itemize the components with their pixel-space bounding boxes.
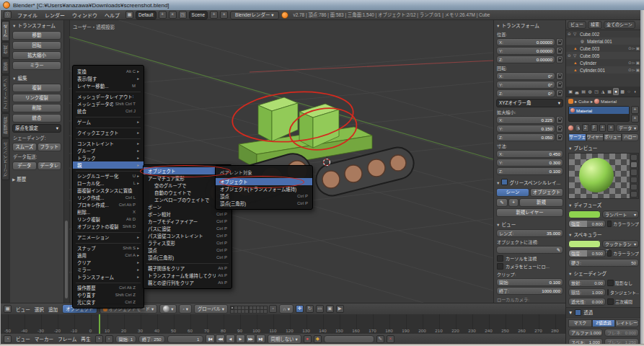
lock-icon[interactable]: [556, 47, 563, 55]
fake-user-button[interactable]: F: [591, 124, 598, 132]
number-field[interactable]: Y:0.150: [496, 125, 555, 133]
outliner-header-item[interactable]: 全てのシーン: [604, 21, 635, 29]
shading-number-field[interactable]: 環境:1.000: [568, 288, 606, 296]
properties-tab-icon[interactable]: ▣: [568, 88, 573, 95]
manipulator-rotate-icon[interactable]: ↻: [306, 305, 314, 313]
screen-layout-select[interactable]: Default: [136, 11, 156, 19]
preview-sphere-button[interactable]: [630, 161, 638, 168]
number-field[interactable]: Z:0.050: [496, 133, 555, 141]
panel-header-history[interactable]: ▶履歴: [10, 174, 63, 183]
menu-item[interactable]: クリア▸: [73, 259, 144, 266]
diffuse-shader-dropdown[interactable]: ランバート▾: [602, 210, 639, 218]
preview-flat-button[interactable]: [630, 154, 638, 161]
menu-item[interactable]: ビュー: [14, 335, 32, 342]
start-frame-field[interactable]: 開始:1: [115, 335, 137, 343]
menu-item[interactable]: オブジェクト(トランスフォーム維持): [216, 185, 312, 192]
number-field[interactable]: レンズ:35.000: [496, 229, 563, 237]
menu-item[interactable]: 頂点Ctrl P: [216, 192, 312, 200]
preview-range-icon[interactable]: ◔: [95, 335, 103, 343]
panel-header-transparency[interactable]: ▼透過: [566, 307, 641, 318]
lock-icon[interactable]: [556, 38, 563, 46]
manipulator-translate-icon[interactable]: ✛: [296, 305, 304, 313]
pivot-dropdown[interactable]: ◦▾: [179, 304, 191, 314]
toolshelf-tab[interactable]: グリースペンシル: [1, 138, 9, 180]
number-field[interactable]: 終了:1000.000: [496, 287, 563, 295]
scene-delete-button[interactable]: ×: [220, 11, 228, 19]
number-field[interactable]: X:0.450: [496, 150, 563, 158]
menu-item[interactable]: 操作履歴Ctrl Alt Z▸: [73, 284, 144, 291]
panel-header-edit[interactable]: ▼編集: [10, 73, 63, 82]
intensity-slider[interactable]: 強度:0.800: [568, 220, 606, 228]
menu-item[interactable]: グループ▸: [73, 147, 144, 154]
transparency-field[interactable]: ブレン:1.250: [604, 338, 639, 344]
tool-button[interactable]: 複製: [12, 84, 61, 92]
manipulator-scale-icon[interactable]: ▭: [316, 305, 324, 313]
object-name[interactable]: Cube.005: [580, 53, 640, 58]
snap-dropdown[interactable]: ∩▾: [279, 304, 294, 314]
outliner-row[interactable]: ▲ Cube.003 ⊙▻▣: [566, 45, 641, 52]
record-button[interactable]: ●: [304, 335, 312, 343]
frames-lock-icon[interactable]: ▫: [105, 335, 113, 343]
menu-item[interactable]: クイックエフェクト▸: [73, 129, 144, 136]
menu-item[interactable]: 表示/隠す▸: [73, 75, 144, 82]
scene-add-button[interactable]: +: [210, 11, 218, 19]
set-origin-dropdown[interactable]: 原点を設定▾: [12, 124, 61, 133]
transfer-button[interactable]: データレ: [38, 161, 62, 170]
properties-tab-icon[interactable]: ▩: [619, 88, 625, 95]
gp-add-icon[interactable]: +: [508, 198, 519, 207]
viewport-shading-dropdown[interactable]: ▾: [159, 304, 177, 314]
expand-icon[interactable]: ⊖: [568, 53, 572, 58]
delete-key-icon[interactable]: ×: [387, 335, 394, 343]
lock-icon[interactable]: [556, 56, 563, 63]
eye-icon[interactable]: ⊙: [628, 46, 632, 50]
tool-button[interactable]: 削除: [12, 104, 61, 112]
number-field[interactable]: Z:0°: [496, 89, 555, 97]
outliner-row[interactable]: ⊖ ▽ Cube.005 ⊙▻▣: [566, 52, 641, 59]
menu-item[interactable]: リンク作成...Ctrl L▸: [73, 194, 144, 201]
current-frame-field[interactable]: 1: [167, 335, 203, 343]
number-field[interactable]: Y:0.300: [496, 159, 563, 167]
render-anim-icon[interactable]: ▶: [336, 305, 344, 313]
playback-button[interactable]: ◀: [226, 334, 235, 343]
material-name-field[interactable]: Material: [575, 124, 581, 132]
playback-button[interactable]: ▶▮: [256, 334, 265, 343]
menu-item[interactable]: 元に戻すCtrl Z▸: [73, 298, 144, 306]
editor-type-icon[interactable]: ▦: [4, 305, 12, 313]
transparency-field[interactable]: フレネ:0.000: [604, 329, 639, 337]
material-slot-active[interactable]: Material: [569, 107, 629, 114]
breadcrumb-object[interactable]: Cube: [578, 99, 589, 104]
tool-button[interactable]: 移動: [12, 31, 61, 40]
panel-header-transform[interactable]: ▼トランスフォーム: [494, 20, 565, 30]
diffuse-color-swatch[interactable]: [568, 210, 601, 218]
data-link-dropdown[interactable]: データ▾: [616, 124, 639, 132]
menu-item[interactable]: メッシュデータの転送Shift Ctrl T▸: [73, 100, 144, 107]
tool-button[interactable]: 拡大縮小: [12, 51, 61, 60]
material-type-tab[interactable]: ハロー: [622, 133, 640, 141]
orientation-dropdown[interactable]: グローバル▾: [194, 304, 228, 314]
properties-tab-icon[interactable]: ◌: [626, 88, 632, 95]
toolshelf-tab[interactable]: 作成: [1, 42, 9, 58]
outliner-header-item[interactable]: ビュー: [568, 21, 586, 29]
menu-item[interactable]: 適用Ctrl A▸: [73, 252, 144, 259]
transparency-mode-tab[interactable]: レイトレース: [615, 319, 639, 327]
panel-header-shading[interactable]: ▼シェーディング: [566, 268, 641, 278]
lock-icon[interactable]: [556, 89, 563, 97]
menu-item[interactable]: 頂点Ctrl P: [144, 247, 231, 254]
number-field[interactable]: X:0°: [496, 72, 555, 80]
menu-item[interactable]: ヘルプ: [101, 12, 123, 19]
menu-item[interactable]: プロキシ作成...Ctrl Alt P▸: [73, 201, 144, 208]
layout-add-button[interactable]: +: [159, 11, 167, 19]
lock-cursor-checkbox[interactable]: [497, 255, 503, 262]
playback-button[interactable]: ▶: [236, 334, 245, 343]
material-type-tab[interactable]: サーフェ: [568, 133, 586, 141]
object-name[interactable]: Cylinder: [580, 61, 627, 66]
properties-tab-icon[interactable]: ▤: [581, 88, 586, 95]
gp-new-button[interactable]: 新規: [519, 198, 563, 207]
menu-item[interactable]: トランスフォーム▸: [73, 273, 144, 280]
number-field[interactable]: Y:0.00000: [496, 47, 555, 55]
menu-item[interactable]: コンストレイント▸: [73, 140, 144, 147]
menu-item[interactable]: フレーム: [56, 335, 79, 342]
lock-icon[interactable]: [556, 125, 563, 133]
toolshelf-tab[interactable]: ツール: [1, 21, 9, 41]
toolshelf-tab[interactable]: 物理演算: [1, 113, 9, 138]
